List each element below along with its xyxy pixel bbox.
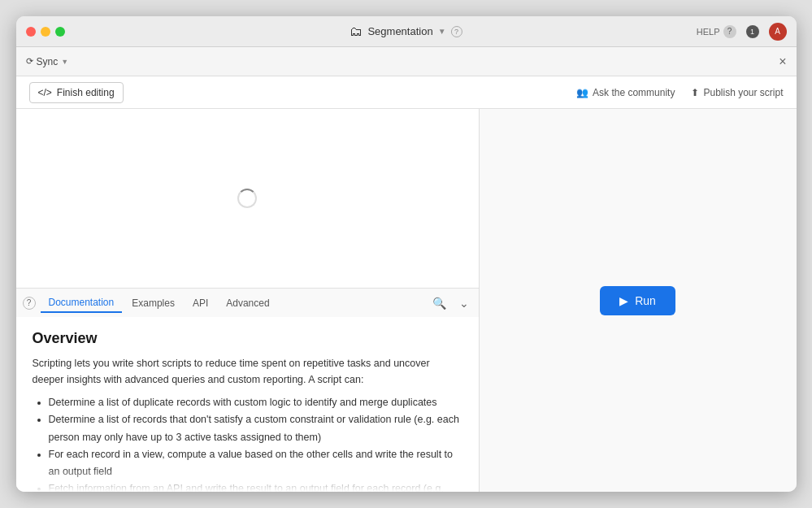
sync-icon: ⟳ — [26, 56, 33, 67]
sync-label: Sync — [37, 56, 59, 67]
close-button[interactable]: × — [779, 55, 786, 68]
docs-panel[interactable]: Overview Scripting lets you write short … — [16, 317, 479, 492]
publish-script-link[interactable]: ⬆ Publish your script — [691, 87, 783, 98]
editor-panel: ? Documentation Examples API Advanced 🔍 — [16, 109, 480, 492]
list-item: For each record in a view, compute a val… — [49, 446, 462, 481]
traffic-lights — [26, 27, 65, 37]
code-icon: </> — [38, 87, 52, 98]
finish-editing-label: Finish editing — [57, 87, 115, 98]
overview-paragraph: Scripting lets you write short scripts t… — [33, 355, 462, 388]
bullet-list: Determine a list of duplicate records wi… — [33, 394, 462, 492]
title-bar: 🗂 Segmentation ▼ ? HELP ? 1 A — [16, 16, 797, 47]
ask-community-link[interactable]: 👥 Ask the community — [576, 87, 675, 98]
help-icon: ? — [723, 25, 736, 38]
run-button[interactable]: ▶ Run — [600, 286, 675, 315]
close-traffic-light[interactable] — [26, 27, 36, 37]
overview-heading: Overview — [33, 330, 462, 347]
help-circle-icon[interactable]: ? — [451, 26, 462, 37]
sync-button[interactable]: ⟳ Sync ▼ — [26, 56, 69, 67]
help-button[interactable]: HELP ? — [697, 25, 736, 38]
tabs-bar: ? Documentation Examples API Advanced 🔍 — [16, 288, 479, 317]
finish-editing-button[interactable]: </> Finish editing — [29, 82, 124, 103]
user-avatar[interactable]: A — [769, 23, 787, 41]
right-panel: ▶ Run — [480, 109, 797, 492]
loading-spinner — [237, 189, 257, 208]
community-icon: 👥 — [576, 87, 588, 98]
tab-examples[interactable]: Examples — [124, 294, 183, 312]
window-title-center: 🗂 Segmentation ▼ ? — [350, 24, 462, 39]
notification-icon[interactable]: 1 — [746, 25, 759, 38]
main-content: ? Documentation Examples API Advanced 🔍 — [16, 109, 797, 492]
minimize-traffic-light[interactable] — [41, 27, 50, 37]
editor-area[interactable] — [16, 109, 479, 288]
chevron-down-icon: ⌄ — [459, 297, 469, 310]
publish-icon: ⬆ — [691, 87, 699, 98]
app-logo-icon: 🗂 — [350, 24, 363, 39]
ask-community-label: Ask the community — [593, 87, 675, 98]
list-item: Determine a list of records that don't s… — [49, 411, 462, 446]
help-label: HELP — [697, 27, 720, 37]
script-toolbar: </> Finish editing 👥 Ask the community ⬆… — [16, 76, 797, 109]
run-icon: ▶ — [619, 294, 628, 307]
search-icon: 🔍 — [432, 297, 446, 310]
tab-help-icon[interactable]: ? — [23, 297, 36, 310]
tab-documentation[interactable]: Documentation — [41, 293, 123, 313]
search-tab-button[interactable]: 🔍 — [429, 295, 449, 311]
window-title: Segmentation — [367, 25, 432, 37]
dropdown-arrow-icon[interactable]: ▼ — [438, 27, 446, 36]
app-window: 🗂 Segmentation ▼ ? HELP ? 1 A ⟳ Sync ▼ × — [16, 16, 797, 492]
tabs-right-icons: 🔍 ⌄ — [429, 295, 472, 311]
list-item: Determine a list of duplicate records wi… — [49, 394, 462, 411]
sync-chevron-icon: ▼ — [61, 58, 68, 66]
sync-toolbar: ⟳ Sync ▼ × — [16, 47, 797, 76]
close-icon: × — [779, 54, 786, 68]
publish-script-label: Publish your script — [703, 87, 783, 98]
maximize-traffic-light[interactable] — [55, 27, 65, 37]
list-item: Fetch information from an API and write … — [49, 480, 462, 492]
title-bar-right: HELP ? 1 A — [697, 23, 787, 41]
tab-advanced[interactable]: Advanced — [218, 294, 277, 312]
tab-api[interactable]: API — [185, 294, 216, 312]
run-label: Run — [635, 294, 656, 307]
collapse-tab-button[interactable]: ⌄ — [456, 295, 472, 311]
script-toolbar-actions: 👥 Ask the community ⬆ Publish your scrip… — [576, 87, 783, 98]
